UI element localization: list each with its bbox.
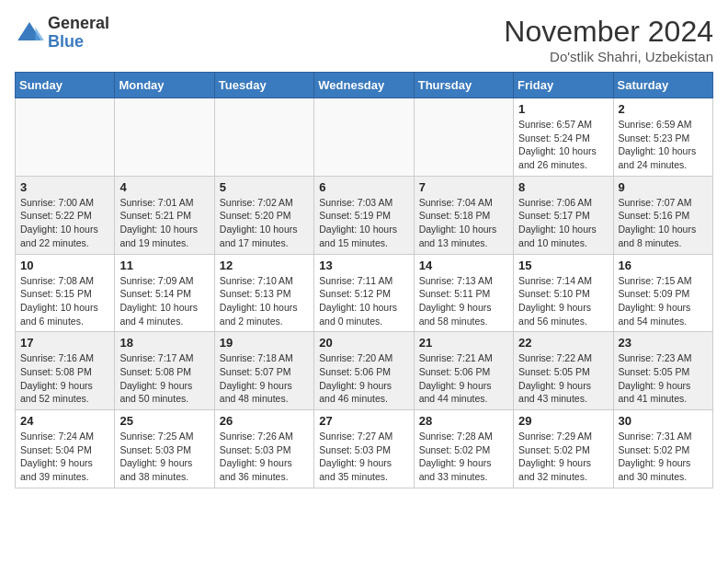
- calendar-cell: 19Sunrise: 7:18 AM Sunset: 5:07 PM Dayli…: [214, 332, 313, 410]
- day-info: Sunrise: 7:26 AM Sunset: 5:03 PM Dayligh…: [220, 430, 309, 484]
- calendar-cell: 6Sunrise: 7:03 AM Sunset: 5:19 PM Daylig…: [314, 176, 414, 254]
- day-info: Sunrise: 7:24 AM Sunset: 5:04 PM Dayligh…: [20, 430, 109, 484]
- calendar-cell: 14Sunrise: 7:13 AM Sunset: 5:11 PM Dayli…: [414, 254, 513, 332]
- day-number: 8: [518, 180, 608, 194]
- calendar-week-row: 1Sunrise: 6:57 AM Sunset: 5:24 PM Daylig…: [16, 98, 713, 177]
- day-info: Sunrise: 7:21 AM Sunset: 5:06 PM Dayligh…: [419, 351, 508, 406]
- day-info: Sunrise: 7:06 AM Sunset: 5:17 PM Dayligh…: [518, 196, 608, 250]
- calendar-cell: 30Sunrise: 7:31 AM Sunset: 5:02 PM Dayli…: [613, 410, 712, 488]
- logo-general: General: [48, 15, 109, 33]
- calendar-header-tuesday: Tuesday: [214, 73, 313, 98]
- day-info: Sunrise: 7:01 AM Sunset: 5:21 PM Dayligh…: [119, 196, 209, 250]
- day-info: Sunrise: 7:29 AM Sunset: 5:02 PM Dayligh…: [518, 430, 608, 484]
- calendar-cell: 20Sunrise: 7:20 AM Sunset: 5:06 PM Dayli…: [314, 332, 414, 410]
- calendar-header-monday: Monday: [115, 73, 214, 98]
- day-info: Sunrise: 7:23 AM Sunset: 5:05 PM Dayligh…: [619, 351, 708, 406]
- day-number: 5: [220, 180, 309, 194]
- day-info: Sunrise: 7:15 AM Sunset: 5:09 PM Dayligh…: [619, 274, 708, 328]
- day-number: 2: [619, 102, 708, 116]
- day-number: 23: [619, 336, 708, 350]
- day-info: Sunrise: 7:28 AM Sunset: 5:02 PM Dayligh…: [419, 430, 508, 484]
- day-info: Sunrise: 7:14 AM Sunset: 5:10 PM Dayligh…: [518, 274, 608, 328]
- day-info: Sunrise: 7:10 AM Sunset: 5:13 PM Dayligh…: [220, 274, 309, 328]
- calendar-cell: [414, 98, 513, 177]
- calendar-cell: 11Sunrise: 7:09 AM Sunset: 5:14 PM Dayli…: [115, 254, 214, 332]
- day-number: 24: [20, 414, 109, 428]
- calendar-header-wednesday: Wednesday: [314, 73, 414, 98]
- day-info: Sunrise: 7:08 AM Sunset: 5:15 PM Dayligh…: [20, 274, 109, 328]
- day-info: Sunrise: 7:16 AM Sunset: 5:08 PM Dayligh…: [20, 351, 109, 406]
- day-number: 16: [619, 259, 708, 272]
- calendar-cell: 23Sunrise: 7:23 AM Sunset: 5:05 PM Dayli…: [613, 332, 712, 410]
- calendar-cell: 26Sunrise: 7:26 AM Sunset: 5:03 PM Dayli…: [214, 410, 313, 488]
- calendar-header-friday: Friday: [514, 73, 613, 98]
- day-number: 10: [20, 259, 109, 272]
- calendar-header-sunday: Sunday: [16, 73, 115, 98]
- calendar-cell: 27Sunrise: 7:27 AM Sunset: 5:03 PM Dayli…: [314, 410, 414, 488]
- calendar-week-row: 24Sunrise: 7:24 AM Sunset: 5:04 PM Dayli…: [16, 410, 713, 488]
- day-number: 6: [319, 180, 408, 194]
- calendar-cell: 7Sunrise: 7:04 AM Sunset: 5:18 PM Daylig…: [414, 176, 513, 254]
- day-number: 26: [220, 414, 309, 428]
- calendar-header-saturday: Saturday: [613, 73, 712, 98]
- day-number: 9: [619, 180, 708, 194]
- calendar-cell: [314, 98, 414, 177]
- day-number: 17: [20, 336, 109, 350]
- calendar-cell: 25Sunrise: 7:25 AM Sunset: 5:03 PM Dayli…: [115, 410, 214, 488]
- title-block: November 2024 Do'stlik Shahri, Uzbekista…: [504, 15, 713, 64]
- calendar-cell: [214, 98, 313, 177]
- day-info: Sunrise: 6:59 AM Sunset: 5:23 PM Dayligh…: [619, 118, 708, 172]
- day-info: Sunrise: 7:25 AM Sunset: 5:03 PM Dayligh…: [119, 430, 209, 484]
- day-number: 3: [20, 180, 109, 194]
- day-number: 15: [518, 259, 608, 272]
- day-number: 25: [119, 414, 209, 428]
- day-info: Sunrise: 7:02 AM Sunset: 5:20 PM Dayligh…: [220, 196, 309, 250]
- day-info: Sunrise: 7:03 AM Sunset: 5:19 PM Dayligh…: [319, 196, 408, 250]
- calendar-cell: 8Sunrise: 7:06 AM Sunset: 5:17 PM Daylig…: [514, 176, 613, 254]
- day-info: Sunrise: 7:00 AM Sunset: 5:22 PM Dayligh…: [20, 196, 109, 250]
- calendar-cell: 29Sunrise: 7:29 AM Sunset: 5:02 PM Dayli…: [514, 410, 613, 488]
- day-number: 12: [220, 259, 309, 272]
- calendar-cell: 22Sunrise: 7:22 AM Sunset: 5:05 PM Dayli…: [514, 332, 613, 410]
- day-info: Sunrise: 7:22 AM Sunset: 5:05 PM Dayligh…: [518, 351, 608, 406]
- day-info: Sunrise: 7:04 AM Sunset: 5:18 PM Dayligh…: [419, 196, 508, 250]
- day-info: Sunrise: 7:07 AM Sunset: 5:16 PM Dayligh…: [619, 196, 708, 250]
- calendar-header-row: SundayMondayTuesdayWednesdayThursdayFrid…: [16, 73, 713, 98]
- calendar-cell: 24Sunrise: 7:24 AM Sunset: 5:04 PM Dayli…: [16, 410, 115, 488]
- day-number: 30: [619, 414, 708, 428]
- calendar-week-row: 3Sunrise: 7:00 AM Sunset: 5:22 PM Daylig…: [16, 176, 713, 254]
- calendar-cell: 28Sunrise: 7:28 AM Sunset: 5:02 PM Dayli…: [414, 410, 513, 488]
- month-title: November 2024: [504, 15, 713, 49]
- logo-text: General Blue: [48, 15, 109, 52]
- calendar-cell: 17Sunrise: 7:16 AM Sunset: 5:08 PM Dayli…: [16, 332, 115, 410]
- day-number: 13: [319, 259, 408, 272]
- day-info: Sunrise: 7:13 AM Sunset: 5:11 PM Dayligh…: [419, 274, 508, 328]
- calendar-table: SundayMondayTuesdayWednesdayThursdayFrid…: [15, 72, 713, 488]
- day-number: 19: [220, 336, 309, 350]
- day-number: 21: [419, 336, 508, 350]
- day-number: 11: [119, 259, 209, 272]
- calendar-cell: 3Sunrise: 7:00 AM Sunset: 5:22 PM Daylig…: [16, 176, 115, 254]
- day-info: Sunrise: 7:17 AM Sunset: 5:08 PM Dayligh…: [119, 351, 209, 406]
- calendar-cell: 13Sunrise: 7:11 AM Sunset: 5:12 PM Dayli…: [314, 254, 414, 332]
- day-number: 14: [419, 259, 508, 272]
- day-info: Sunrise: 7:09 AM Sunset: 5:14 PM Dayligh…: [119, 274, 209, 328]
- day-number: 4: [119, 180, 209, 194]
- calendar-week-row: 17Sunrise: 7:16 AM Sunset: 5:08 PM Dayli…: [16, 332, 713, 410]
- logo-icon: [15, 18, 44, 48]
- day-number: 1: [518, 102, 608, 116]
- location: Do'stlik Shahri, Uzbekistan: [504, 49, 713, 64]
- calendar-cell: 15Sunrise: 7:14 AM Sunset: 5:10 PM Dayli…: [514, 254, 613, 332]
- day-info: Sunrise: 7:20 AM Sunset: 5:06 PM Dayligh…: [319, 351, 408, 406]
- calendar-cell: 10Sunrise: 7:08 AM Sunset: 5:15 PM Dayli…: [16, 254, 115, 332]
- svg-marker-1: [35, 27, 44, 40]
- calendar-cell: [115, 98, 214, 177]
- calendar-cell: 2Sunrise: 6:59 AM Sunset: 5:23 PM Daylig…: [613, 98, 712, 177]
- day-number: 27: [319, 414, 408, 428]
- page-header: General Blue November 2024 Do'stlik Shah…: [15, 15, 713, 64]
- calendar-cell: [16, 98, 115, 177]
- calendar-header-thursday: Thursday: [414, 73, 513, 98]
- day-info: Sunrise: 7:11 AM Sunset: 5:12 PM Dayligh…: [319, 274, 408, 328]
- day-number: 22: [518, 336, 608, 350]
- calendar-week-row: 10Sunrise: 7:08 AM Sunset: 5:15 PM Dayli…: [16, 254, 713, 332]
